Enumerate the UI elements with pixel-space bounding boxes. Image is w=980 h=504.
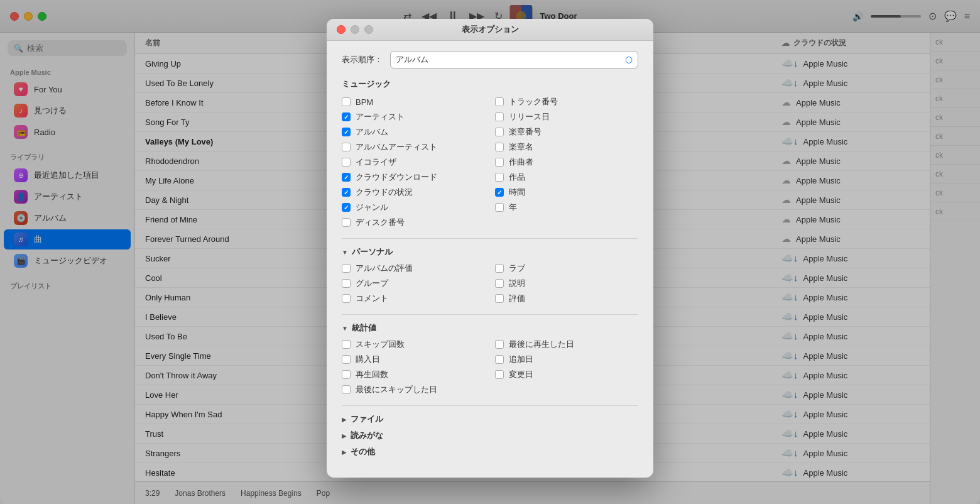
checkbox-bpm-box[interactable] [342,97,351,106]
checkbox-work[interactable]: 作品 [495,172,638,183]
dialog-min-button[interactable] [351,25,359,34]
checkbox-modified-date-box[interactable] [495,370,504,379]
checkbox-play-count[interactable]: 再生回数 [342,369,485,380]
checkbox-disc-no-label: ディスク番号 [356,217,405,228]
checkbox-time[interactable]: 時間 [495,187,638,198]
checkbox-album-artist-label: アルバムアーティスト [356,141,437,153]
dialog-traffic-lights [337,25,373,34]
checkbox-equalizer[interactable]: イコライザ [342,156,485,168]
checkbox-movement-name-box[interactable] [495,143,504,151]
dialog-body: 表示順序： アルバム ⬡ ミュージック BPM [327,41,653,478]
checkbox-last-played-box[interactable] [495,340,504,349]
checkbox-work-box[interactable] [495,173,504,182]
checkbox-cloud-status-label: クラウドの状況 [356,187,413,198]
file-section-header[interactable]: ▶ ファイル [342,414,638,425]
checkbox-movement-name[interactable]: 楽章名 [495,141,638,153]
personal-section-header[interactable]: ▼ パーソナル [342,246,638,258]
sort-row: 表示順序： アルバム ⬡ [342,51,638,68]
checkbox-year-box[interactable] [495,203,504,212]
checkbox-album-rating-box[interactable] [342,264,351,273]
sort-select[interactable]: アルバム ⬡ [390,51,638,68]
checkbox-comment[interactable]: コメント [342,293,485,304]
music-section: ミュージック BPM トラック番号 アーティスト [342,79,638,228]
checkbox-disc-no-box[interactable] [342,218,351,227]
music-section-header: ミュージック [342,79,638,90]
checkbox-movement-no-label: 楽章番号 [509,126,542,138]
checkbox-composer[interactable]: 作曲者 [495,156,638,168]
dialog-max-button[interactable] [364,25,373,34]
checkbox-equalizer-box[interactable] [342,158,351,167]
stats-section-header[interactable]: ▼ 統計値 [342,322,638,334]
checkbox-track-no[interactable]: トラック番号 [495,96,638,107]
checkbox-skip-count[interactable]: スキップ回数 [342,339,485,350]
checkbox-love-box[interactable] [495,264,504,273]
checkbox-group-box[interactable] [342,279,351,288]
checkbox-rating-label: 評価 [509,293,525,304]
checkbox-track-no-label: トラック番号 [509,96,558,107]
checkbox-cloud-download[interactable]: クラウドダウンロード [342,172,485,183]
checkbox-track-no-box[interactable] [495,97,504,106]
checkbox-time-label: 時間 [509,187,525,198]
checkbox-movement-no-box[interactable] [495,128,504,136]
checkbox-artist-box[interactable] [342,112,351,121]
checkbox-artist[interactable]: アーティスト [342,111,485,123]
stats-section-label: 統計値 [352,322,376,334]
checkbox-release-date-box[interactable] [495,112,504,121]
checkbox-modified-date[interactable]: 変更日 [495,369,638,380]
checkbox-rating[interactable]: 評価 [495,293,638,304]
checkbox-release-date-label: リリース日 [509,111,550,123]
checkbox-album-box[interactable] [342,128,351,136]
divider-2 [342,314,638,315]
checkbox-description-box[interactable] [495,279,504,288]
dialog-title-bar: 表示オプション [327,19,653,41]
checkbox-album-artist-box[interactable] [342,143,351,151]
checkbox-added-date[interactable]: 追加日 [495,354,638,365]
checkbox-group[interactable]: グループ [342,278,485,289]
divider-3 [342,405,638,406]
checkbox-love[interactable]: ラブ [495,263,638,274]
divider-1 [342,238,638,239]
checkbox-time-box[interactable] [495,188,504,197]
checkbox-movement-no[interactable]: 楽章番号 [495,126,638,138]
checkbox-cloud-status[interactable]: クラウドの状況 [342,187,485,198]
checkbox-rating-box[interactable] [495,294,504,303]
checkbox-purchase-date[interactable]: 購入日 [342,354,485,365]
checkbox-cloud-status-box[interactable] [342,188,351,197]
checkbox-composer-label: 作曲者 [509,156,533,168]
checkbox-bpm[interactable]: BPM [342,96,485,107]
checkbox-added-date-label: 追加日 [509,354,533,365]
checkbox-album-rating[interactable]: アルバムの評価 [342,263,485,274]
yomigana-triangle-icon: ▶ [342,432,347,439]
checkbox-disc-no[interactable]: ディスク番号 [342,217,485,228]
checkbox-genre-label: ジャンル [356,202,388,213]
checkbox-year[interactable]: 年 [495,202,638,213]
checkbox-last-played[interactable]: 最後に再生した日 [495,339,638,350]
checkbox-description[interactable]: 説明 [495,278,638,289]
checkbox-skip-count-box[interactable] [342,340,351,349]
checkbox-last-skipped-box[interactable] [342,385,351,394]
checkbox-album-artist[interactable]: アルバムアーティスト [342,141,485,153]
checkbox-modified-date-label: 変更日 [509,369,533,380]
checkbox-added-date-box[interactable] [495,355,504,364]
personal-section: ▼ パーソナル アルバムの評価 ラブ グループ [342,246,638,304]
checkbox-cloud-download-box[interactable] [342,173,351,182]
checkbox-purchase-date-box[interactable] [342,355,351,364]
checkbox-composer-box[interactable] [495,158,504,167]
checkbox-comment-box[interactable] [342,294,351,303]
yomigana-section-header[interactable]: ▶ 読みがな [342,430,638,441]
checkbox-play-count-box[interactable] [342,370,351,379]
checkbox-last-played-label: 最後に再生した日 [509,339,574,350]
checkbox-genre-box[interactable] [342,203,351,212]
checkbox-album[interactable]: アルバム [342,126,485,138]
other-section-header[interactable]: ▶ その他 [342,446,638,457]
checkbox-last-skipped[interactable]: 最後にスキップした日 [342,384,485,395]
checkbox-description-label: 説明 [509,278,525,289]
display-options-dialog: 表示オプション 表示順序： アルバム ⬡ ミュージック [327,19,653,478]
dialog-title: 表示オプション [462,24,519,35]
checkbox-genre[interactable]: ジャンル [342,202,485,213]
sort-select-value: アルバム [396,54,625,65]
personal-checkboxes: アルバムの評価 ラブ グループ 説明 [342,263,638,304]
checkbox-release-date[interactable]: リリース日 [495,111,638,123]
checkbox-skip-count-label: スキップ回数 [356,339,405,350]
dialog-close-button[interactable] [337,25,346,34]
